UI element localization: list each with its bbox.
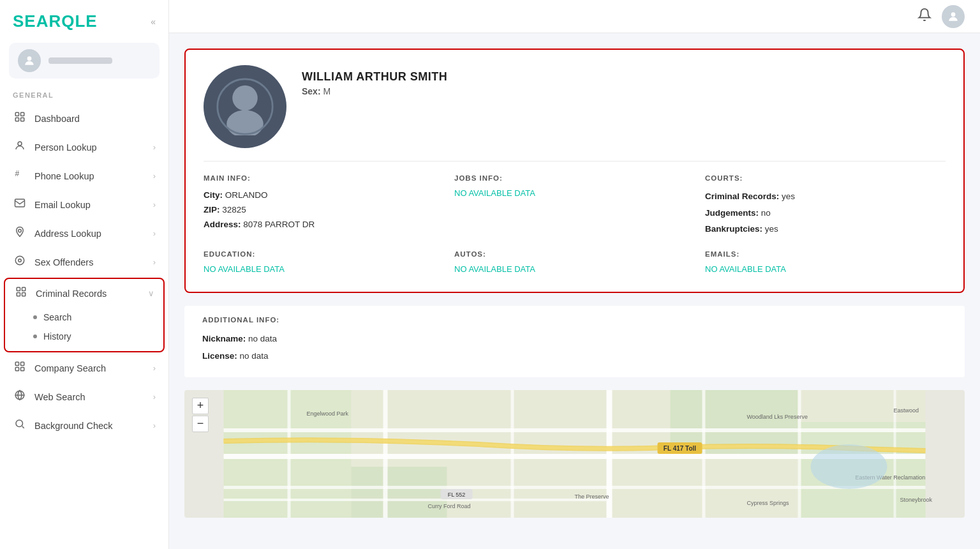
main-info-fields: City: ORLANDO ZIP: 32825 Address: 8078 P…: [204, 188, 444, 232]
sidebar-item-sex-offenders[interactable]: Sex Offenders ›: [0, 248, 168, 276]
chevron-right-icon: ›: [153, 421, 156, 430]
sidebar-item-company-search[interactable]: Company Search ›: [0, 354, 168, 382]
svg-rect-32: [224, 486, 926, 489]
chevron-right-icon: ›: [153, 257, 156, 267]
notification-bell-icon[interactable]: [917, 8, 932, 25]
map-zoom-controls: + −: [192, 398, 209, 432]
sidebar: SEARQLE « GENERAL Dashboard Person Looku…: [0, 0, 169, 549]
nickname-label: Nickname:: [202, 334, 246, 343]
courts-section: COURTS: Criminal Records: yes Judgements…: [705, 174, 946, 237]
svg-rect-38: [702, 390, 706, 518]
email-lookup-icon: [13, 197, 27, 212]
autos-section: AUTOS: NO AVAILABLE DATA: [454, 250, 695, 274]
svg-rect-39: [798, 390, 801, 518]
autos-no-data: NO AVAILABLE DATA: [454, 264, 695, 274]
svg-rect-12: [22, 287, 26, 290]
svg-rect-11: [17, 287, 20, 290]
judgements-label: Judgements:: [705, 208, 759, 218]
general-section-label: GENERAL: [0, 91, 168, 104]
address-lookup-label: Address Lookup: [34, 229, 101, 239]
phone-lookup-icon: #: [13, 169, 27, 183]
collapse-button[interactable]: «: [151, 17, 156, 27]
email-lookup-label: Email Lookup: [34, 200, 91, 210]
sidebar-item-criminal-history[interactable]: History: [33, 327, 163, 346]
svg-text:Curry Ford Road: Curry Ford Road: [428, 503, 471, 509]
sidebar-item-criminal-records[interactable]: Criminal Records ∨: [5, 279, 163, 308]
chevron-right-icon: ›: [153, 363, 156, 373]
svg-text:Engelwood Park: Engelwood Park: [307, 410, 349, 417]
svg-point-10: [19, 259, 22, 262]
zoom-in-button[interactable]: +: [192, 398, 209, 414]
emails-title: EMAILS:: [705, 250, 946, 258]
sidebar-item-background-check[interactable]: Background Check ›: [0, 411, 168, 440]
profile-header: WILLIAM ARTHUR SMITH Sex: M: [204, 65, 946, 162]
emails-section: EMAILS: NO AVAILABLE DATA: [705, 250, 946, 274]
jobs-info-section: JOBS INFO: NO AVAILABLE DATA: [454, 174, 695, 237]
sidebar-item-address-lookup[interactable]: Address Lookup ›: [0, 219, 168, 248]
brand-name: SEARQLE: [13, 11, 98, 31]
svg-point-20: [16, 420, 23, 427]
svg-rect-29: [352, 467, 447, 518]
zip-value: 32825: [222, 205, 246, 214]
address-value: 8078 PARROT DR: [243, 220, 315, 229]
additional-fields: Nickname: no data License: no data: [202, 330, 947, 365]
sidebar-item-web-search[interactable]: Web Search ›: [0, 382, 168, 411]
background-check-label: Background Check: [34, 421, 113, 431]
dot-icon: [33, 315, 37, 319]
map-svg: FL 417 Toll FL 552 Engelwood Park Woodla…: [184, 390, 965, 518]
company-search-icon: [13, 361, 27, 375]
top-bar: [169, 0, 980, 33]
svg-rect-30: [224, 428, 926, 432]
license-value: no data: [240, 351, 269, 361]
svg-point-8: [19, 229, 22, 232]
sex-value: M: [323, 86, 330, 96]
svg-rect-17: [15, 368, 19, 371]
additional-info-section: ADDITIONAL INFO: Nickname: no data Licen…: [184, 306, 965, 377]
user-avatar-button[interactable]: [942, 5, 965, 28]
svg-rect-34: [288, 390, 291, 518]
web-search-icon: [13, 389, 27, 404]
education-title: EDUCATION:: [204, 250, 444, 258]
bankruptcies-label: Bankruptcies:: [705, 224, 762, 234]
person-lookup-label: Person Lookup: [34, 142, 97, 153]
main-info-section: MAIN INFO: City: ORLANDO ZIP: 32825 Addr…: [204, 174, 444, 237]
dashboard-label: Dashboard: [34, 114, 80, 124]
emails-no-data: NO AVAILABLE DATA: [705, 264, 946, 274]
svg-point-53: [811, 444, 887, 489]
dashboard-icon: [13, 111, 27, 126]
zoom-out-button[interactable]: −: [192, 416, 209, 432]
svg-rect-7: [15, 199, 25, 207]
chevron-right-icon: ›: [153, 392, 156, 402]
avatar: [18, 49, 41, 72]
sex-offenders-label: Sex Offenders: [34, 257, 93, 267]
courts-title: COURTS:: [705, 174, 946, 182]
chevron-down-icon: ∨: [148, 289, 154, 298]
main-area: WILLIAM ARTHUR SMITH Sex: M MAIN INFO: C…: [169, 0, 980, 549]
profile-avatar: [204, 65, 286, 148]
user-profile-area: [9, 43, 160, 79]
svg-text:The Preserve: The Preserve: [575, 493, 609, 500]
svg-rect-3: [15, 118, 19, 121]
bankruptcies-value: yes: [765, 224, 778, 234]
criminal-records-block: Criminal Records ∨ Search History: [4, 278, 165, 352]
criminal-history-label: History: [43, 331, 71, 342]
svg-point-0: [27, 56, 32, 61]
city-value: ORLANDO: [225, 190, 268, 200]
criminal-records-submenu: Search History: [5, 308, 163, 351]
map-container: FL 417 Toll FL 552 Engelwood Park Woodla…: [184, 390, 965, 518]
address-label: Address:: [204, 220, 241, 229]
content-area: WILLIAM ARTHUR SMITH Sex: M MAIN INFO: C…: [169, 33, 980, 549]
sidebar-item-person-lookup[interactable]: Person Lookup ›: [0, 133, 168, 162]
sidebar-item-dashboard[interactable]: Dashboard: [0, 104, 168, 133]
chevron-right-icon: ›: [153, 229, 156, 238]
city-label: City:: [204, 190, 223, 200]
sidebar-item-phone-lookup[interactable]: # Phone Lookup ›: [0, 162, 168, 190]
person-lookup-icon: [13, 140, 27, 154]
sidebar-item-email-lookup[interactable]: Email Lookup ›: [0, 190, 168, 219]
info-grid: MAIN INFO: City: ORLANDO ZIP: 32825 Addr…: [204, 174, 946, 274]
courts-fields: Criminal Records: yes Judgements: no Ban…: [705, 188, 946, 237]
svg-point-21: [951, 12, 956, 17]
svg-text:FL 417 Toll: FL 417 Toll: [664, 445, 697, 452]
sidebar-item-criminal-search[interactable]: Search: [33, 308, 163, 327]
svg-point-9: [15, 256, 24, 265]
